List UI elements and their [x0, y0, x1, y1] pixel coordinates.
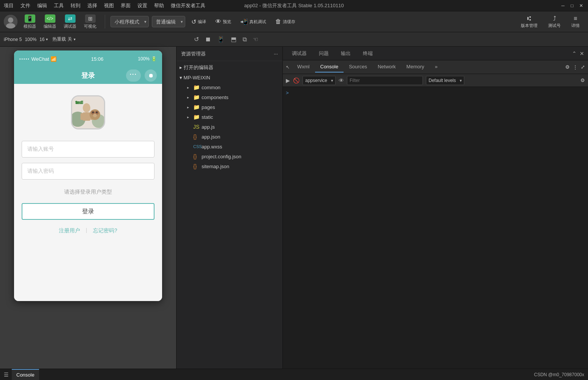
version-button[interactable]: ⑆ 版本管理 [516, 14, 542, 30]
clear-cache-button[interactable]: 🗑 清缓存 [272, 17, 298, 27]
split-icon[interactable]: ⬒ [231, 36, 236, 43]
more-button[interactable]: ··· [126, 69, 141, 82]
hotreload-toggle[interactable]: 热重载 关 ▾ [52, 36, 75, 43]
file-project-config[interactable]: ▸ {} project.config.json [177, 151, 282, 161]
refresh-icon[interactable]: ↺ [194, 36, 199, 43]
menu-project[interactable]: 项目 [4, 2, 14, 9]
simulator-button[interactable]: 📱 模拟器 [20, 13, 39, 31]
menu-settings[interactable]: 设置 [137, 2, 147, 9]
settings-icon[interactable]: ⚙ [565, 64, 570, 70]
menu-interface[interactable]: 界面 [121, 2, 131, 9]
close-debug-icon[interactable]: ✕ [580, 50, 584, 57]
console-prompt[interactable]: > [286, 90, 289, 96]
battery-level: 100% [138, 56, 150, 61]
console-bottom-tab[interactable]: Console [12, 369, 39, 380]
signal-dots: ••••• [19, 57, 30, 61]
debugger-button[interactable]: ⇄ 调试器 [61, 13, 79, 31]
folder-arrow-components: ▸ [187, 95, 192, 99]
maximize-button[interactable]: □ [569, 3, 575, 9]
console-block-icon[interactable]: 🚫 [293, 77, 300, 84]
editor-button[interactable]: </> 编辑器 [41, 13, 59, 31]
compile-button[interactable]: ↺ 编译 [188, 17, 209, 27]
phone-icon[interactable]: 📱 [217, 36, 225, 43]
cursor-icon[interactable]: ↖ [286, 65, 290, 70]
device-selector[interactable]: iPhone 5 100% 16 ▾ [4, 37, 48, 42]
levels-select[interactable]: Default levels [426, 76, 464, 85]
stop-icon[interactable]: ⏹ [205, 36, 211, 43]
expand-debug-icon[interactable]: ⌃ [572, 50, 577, 57]
devtools-tab-more[interactable]: » [430, 61, 443, 73]
filter-input[interactable] [347, 76, 423, 85]
console-play-icon[interactable]: ▶ [286, 77, 290, 84]
phone-simulator-panel: ••••• WeChat 📶 15:06 100% 🔋 登录 ··· ⏺ [0, 47, 177, 380]
file-app-js[interactable]: ▸ JS app.js [177, 122, 282, 132]
touch-icon[interactable]: ☜ [253, 36, 258, 43]
compile-mode-select-wrapper[interactable]: 普通编辑 [152, 16, 185, 27]
project-root[interactable]: ▾ MP-WEIXIN [177, 73, 282, 82]
file-manager-more-icon[interactable]: ··· [274, 51, 278, 57]
devtools-tab-network[interactable]: Network [372, 61, 401, 73]
folder-icon-components: 📁 [193, 94, 200, 100]
menu-view[interactable]: 视图 [104, 2, 114, 9]
folder-static[interactable]: ▸ 📁 static [177, 112, 282, 122]
menu-help[interactable]: 帮助 [154, 2, 164, 9]
toolbar-view-group: 📱 模拟器 </> 编辑器 ⇄ 调试器 ⊞ 可视化 [20, 13, 99, 31]
devtools-tab-sources[interactable]: Sources [344, 61, 372, 73]
password-input[interactable]: 请输入密码 [22, 163, 154, 180]
tab-problems[interactable]: 问题 [314, 49, 334, 58]
service-select[interactable]: appservice [303, 76, 336, 85]
service-select-wrapper[interactable]: appservice [303, 76, 336, 85]
mode-select[interactable]: 小程序模式 [110, 16, 149, 27]
devtools-tab-memory[interactable]: Memory [401, 61, 430, 73]
devtools-more-icon[interactable]: ⋮ [573, 64, 578, 70]
register-link[interactable]: 注册用户 [59, 227, 80, 234]
page-title: 登录 [81, 71, 95, 80]
forgot-password-link[interactable]: 忘记密码? [93, 227, 117, 234]
menu-tools[interactable]: 工具 [54, 2, 64, 9]
tab-debugger[interactable]: 调试器 [287, 49, 312, 58]
bottom-menu-icon[interactable]: ☰ [4, 372, 9, 378]
menu-wechat[interactable]: 微信开发者工具 [171, 2, 205, 9]
folder-arrow-static: ▸ [187, 115, 192, 119]
console-settings-icon[interactable]: ⚙ [580, 77, 585, 83]
tab-output[interactable]: 输出 [336, 49, 356, 58]
record-button[interactable]: ⏺ [145, 69, 157, 82]
main-layout: ••••• WeChat 📶 15:06 100% 🔋 登录 ··· ⏺ [0, 47, 588, 380]
file-manager-title: 资源管理器 [181, 50, 206, 57]
avatar[interactable] [4, 15, 17, 28]
close-button[interactable]: ✕ [578, 3, 584, 9]
secondary-toolbar: iPhone 5 100% 16 ▾ 热重载 关 ▾ ↺ ⏹ 📱 ⬒ ⧉ ☜ [0, 32, 588, 47]
real-machine-button[interactable]: 📲 真机调试 [237, 17, 269, 27]
tab-terminal[interactable]: 终端 [358, 49, 378, 58]
tab-icon[interactable]: ⧉ [243, 36, 247, 43]
menu-edit[interactable]: 编辑 [37, 2, 47, 9]
minimize-button[interactable]: ─ [560, 3, 566, 9]
username-input[interactable]: 请输入账号 [22, 141, 154, 158]
login-button[interactable]: 登录 [22, 203, 154, 220]
folder-pages[interactable]: ▸ 📁 pages [177, 102, 282, 112]
console-eye-icon[interactable]: 👁 [339, 77, 344, 84]
mode-select-wrapper[interactable]: 小程序模式 [110, 16, 149, 27]
testnum-button[interactable]: ⤴ 测试号 [544, 14, 565, 30]
app-logo: ted [71, 95, 105, 129]
file-app-wxss[interactable]: ▸ CSS app.wxss [177, 142, 282, 151]
menu-file[interactable]: 文件 [20, 2, 30, 9]
preview-button[interactable]: 👁 预览 [212, 17, 234, 27]
details-button[interactable]: ≡ 详情 [567, 14, 584, 30]
folder-components[interactable]: ▸ 📁 components [177, 92, 282, 102]
folder-common[interactable]: ▸ 📁 common [177, 82, 282, 92]
levels-select-wrapper[interactable]: Default levels [426, 76, 464, 85]
file-app-json[interactable]: ▸ {} app.json [177, 132, 282, 142]
opened-editors-section[interactable]: ▸ 打开的编辑器 [177, 63, 282, 73]
menu-goto[interactable]: 转到 [71, 2, 80, 9]
folder-icon-common: 📁 [193, 84, 200, 90]
menu-select[interactable]: 选择 [87, 2, 97, 9]
phone-title-right: ··· ⏺ [126, 69, 157, 82]
visualize-button[interactable]: ⊞ 可视化 [81, 13, 99, 31]
compile-mode-select[interactable]: 普通编辑 [152, 16, 185, 27]
file-sitemap[interactable]: ▸ {} sitemap.json [177, 161, 282, 171]
devtools-tab-console[interactable]: Console [315, 61, 344, 73]
debug-header: 调试器 问题 输出 终端 ⌃ ✕ [283, 47, 588, 60]
devtools-expand-icon[interactable]: ⤢ [581, 64, 585, 70]
devtools-tab-wxml[interactable]: Wxml [292, 61, 315, 73]
